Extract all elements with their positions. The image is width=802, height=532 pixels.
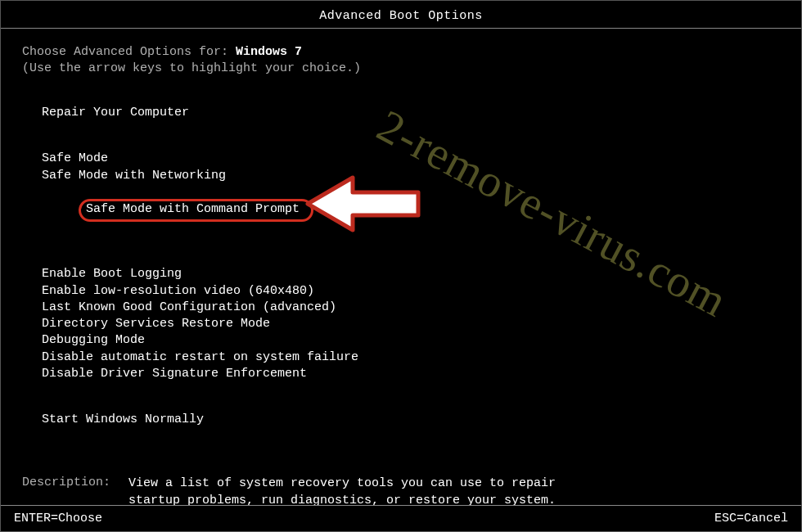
menu-item-directory-services-restore[interactable]: Directory Services Restore Mode <box>42 316 780 332</box>
menu-item-debugging-mode[interactable]: Debugging Mode <box>42 332 780 349</box>
arrow-left-icon <box>304 171 426 237</box>
main-content: Choose Advanced Options for: Windows 7 (… <box>1 29 801 509</box>
window-title: Advanced Boot Options <box>319 9 483 23</box>
prompt-prefix: Choose Advanced Options for: <box>22 45 236 59</box>
menu-item-last-known-good[interactable]: Last Known Good Configuration (advanced) <box>42 300 780 316</box>
menu-item-boot-logging[interactable]: Enable Boot Logging <box>42 266 780 282</box>
menu-item-repair-computer[interactable]: Repair Your Computer <box>42 105 780 121</box>
highlighted-selection: Safe Mode with Command Prompt <box>79 199 313 222</box>
menu-item-low-res-video[interactable]: Enable low-resolution video (640x480) <box>42 283 780 300</box>
prompt-line: Choose Advanced Options for: Windows 7 <box>22 45 780 59</box>
os-name: Windows 7 <box>236 45 302 59</box>
footer-esc: ESC=Cancel <box>714 512 788 525</box>
description-text: View a list of system recovery tools you… <box>128 476 556 509</box>
footer-bar: ENTER=Choose ESC=Cancel <box>1 505 801 531</box>
menu-item-safe-mode[interactable]: Safe Mode <box>42 151 780 167</box>
description-line1: View a list of system recovery tools you… <box>128 476 556 490</box>
menu-item-start-normally[interactable]: Start Windows Normally <box>42 412 780 428</box>
description-block: Description: View a list of system recov… <box>22 476 780 509</box>
boot-menu: Repair Your Computer Safe Mode Safe Mode… <box>42 105 780 428</box>
title-bar: Advanced Boot Options <box>1 1 801 29</box>
description-label: Description: <box>22 476 128 509</box>
footer-enter: ENTER=Choose <box>14 512 102 525</box>
menu-item-disable-driver-sig[interactable]: Disable Driver Signature Enforcement <box>42 366 780 382</box>
hint-line: (Use the arrow keys to highlight your ch… <box>22 61 780 75</box>
menu-item-disable-auto-restart[interactable]: Disable automatic restart on system fail… <box>42 349 780 366</box>
